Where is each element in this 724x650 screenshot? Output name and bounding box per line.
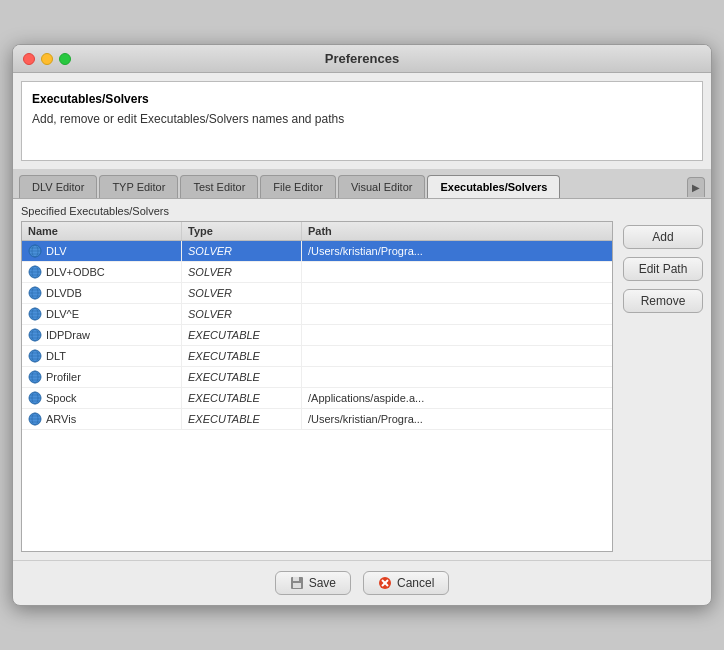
globe-icon [28,244,42,258]
cell-type: SOLVER [182,283,302,303]
header-description: Add, remove or edit Executables/Solvers … [32,112,692,126]
action-buttons: Add Edit Path Remove [623,221,703,552]
cell-path [302,325,612,345]
table-row[interactable]: DLV+ODBCSOLVER [22,262,612,283]
table-header: Name Type Path [22,222,612,241]
main-body: Name Type Path DLVSOLVER/Users/kristian/… [13,221,711,560]
title-bar: Preferences [13,45,711,73]
cell-path: /Users/kristian/Progra... [302,409,612,429]
cell-type: SOLVER [182,241,302,261]
footer: Save Cancel [13,560,711,605]
cell-path: /Applications/aspide.a... [302,388,612,408]
tab-test-editor[interactable]: Test Editor [180,175,258,198]
table-row[interactable]: ARVisEXECUTABLE/Users/kristian/Progra... [22,409,612,430]
globe-icon [28,391,42,405]
cell-name-text: IDPDraw [46,329,90,341]
cell-name: IDPDraw [22,325,182,345]
preferences-window: Preferences Executables/Solvers Add, rem… [12,44,712,606]
window-title: Preferences [325,51,399,66]
cell-name: DLT [22,346,182,366]
cell-type: EXECUTABLE [182,367,302,387]
table-row[interactable]: ProfilerEXECUTABLE [22,367,612,388]
svg-rect-55 [293,577,299,581]
edit-path-button[interactable]: Edit Path [623,257,703,281]
cell-type: EXECUTABLE [182,409,302,429]
cell-type: EXECUTABLE [182,388,302,408]
table-row[interactable]: DLV^ESOLVER [22,304,612,325]
cell-path [302,262,612,282]
cell-path [302,304,612,324]
cancel-icon [378,576,392,590]
globe-icon [28,286,42,300]
add-button[interactable]: Add [623,225,703,249]
cell-name: Spock [22,388,182,408]
cancel-label: Cancel [397,576,434,590]
cell-type: EXECUTABLE [182,325,302,345]
globe-icon [28,307,42,321]
cell-path: /Users/kristian/Progra... [302,241,612,261]
cell-name-text: DLVDB [46,287,82,299]
cell-name-text: Spock [46,392,77,404]
cell-type: EXECUTABLE [182,346,302,366]
traffic-lights [23,53,71,65]
cell-type: SOLVER [182,304,302,324]
tab-dlv-editor[interactable]: DLV Editor [19,175,97,198]
globe-icon [28,412,42,426]
globe-icon [28,265,42,279]
cell-path [302,283,612,303]
tabs-bar: DLV Editor TYP Editor Test Editor File E… [13,169,711,199]
section-label: Specified Executables/Solvers [13,199,711,221]
minimize-button[interactable] [41,53,53,65]
cell-name-text: DLV^E [46,308,79,320]
svg-rect-56 [293,583,301,588]
cell-name-text: DLV+ODBC [46,266,105,278]
save-button[interactable]: Save [275,571,351,595]
cell-name-text: DLT [46,350,66,362]
col-header-type: Type [182,222,302,240]
cell-name: DLV [22,241,182,261]
cell-name: DLV+ODBC [22,262,182,282]
cell-name-text: ARVis [46,413,76,425]
col-header-name: Name [22,222,182,240]
table-row[interactable]: IDPDrawEXECUTABLE [22,325,612,346]
executables-table: Name Type Path DLVSOLVER/Users/kristian/… [21,221,613,552]
table-row[interactable]: DLTEXECUTABLE [22,346,612,367]
cell-name: ARVis [22,409,182,429]
close-button[interactable] [23,53,35,65]
tab-file-editor[interactable]: File Editor [260,175,336,198]
table-body: DLVSOLVER/Users/kristian/Progra... DLV+O… [22,241,612,551]
cell-path [302,346,612,366]
globe-icon [28,349,42,363]
table-row[interactable]: DLVDBSOLVER [22,283,612,304]
header-area: Executables/Solvers Add, remove or edit … [21,81,703,161]
cancel-button[interactable]: Cancel [363,571,449,595]
tab-typ-editor[interactable]: TYP Editor [99,175,178,198]
table-row[interactable]: SpockEXECUTABLE/Applications/aspide.a... [22,388,612,409]
tab-executables-solvers[interactable]: Executables/Solvers [427,175,560,198]
cell-name: DLV^E [22,304,182,324]
cell-name: DLVDB [22,283,182,303]
remove-button[interactable]: Remove [623,289,703,313]
globe-icon [28,328,42,342]
cell-name-text: DLV [46,245,67,257]
maximize-button[interactable] [59,53,71,65]
header-title: Executables/Solvers [32,92,692,106]
cell-path [302,367,612,387]
cell-type: SOLVER [182,262,302,282]
tab-visual-editor[interactable]: Visual Editor [338,175,426,198]
cell-name: Profiler [22,367,182,387]
save-label: Save [309,576,336,590]
table-row[interactable]: DLVSOLVER/Users/kristian/Progra... [22,241,612,262]
col-header-path: Path [302,222,612,240]
save-icon [290,576,304,590]
cell-name-text: Profiler [46,371,81,383]
tabs-overflow-arrow[interactable]: ▶ [687,177,705,197]
globe-icon [28,370,42,384]
